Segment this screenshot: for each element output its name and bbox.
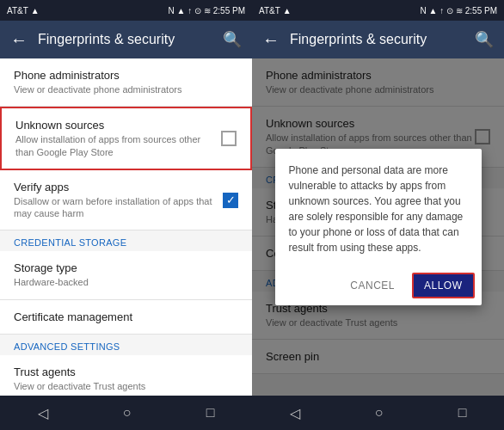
nav-bar-left: ◁ ○ □ (0, 396, 252, 430)
dialog-message: Phone and personal data are more vulnera… (289, 163, 468, 255)
time-text-right: 2:55 PM (465, 6, 497, 15)
checkmark-icon: ✓ (226, 194, 236, 206)
status-right: N ▲ ↑ ⊙ ≋ 2:55 PM (169, 6, 245, 15)
unknown-sources-text: Unknown sources Allow installation of ap… (15, 119, 221, 158)
status-right-right: N ▲ ↑ ⊙ ≋ 2:55 PM (421, 6, 497, 15)
phone-admins-text: Phone administrators View or deactivate … (14, 69, 238, 95)
unknown-sources-checkbox[interactable] (221, 131, 237, 146)
verify-apps-item[interactable]: Verify apps Disallow or warn before inst… (0, 170, 252, 231)
phone-admins-subtitle: View or deactivate phone administrators (14, 83, 238, 95)
verify-apps-text: Verify apps Disallow or warn before inst… (14, 181, 223, 220)
back-button-left[interactable]: ← (10, 30, 28, 50)
allow-button[interactable]: ALLOW (412, 273, 475, 298)
advanced-settings-header: ADVANCED SETTINGS (0, 335, 252, 355)
action-bar-right: ← Fingerprints & security 🔍 (252, 21, 504, 58)
nav-recent-left[interactable]: □ (206, 405, 215, 421)
storage-type-item[interactable]: Storage type Hardware-backed (0, 251, 252, 299)
nav-back-right[interactable]: ◁ (290, 405, 300, 421)
status-left: AT&T ▲ (7, 6, 40, 15)
carrier-text-right: AT&T (259, 6, 280, 15)
verify-apps-checkbox[interactable]: ✓ (223, 193, 238, 208)
credential-storage-header: CREDENTIAL STORAGE (0, 230, 252, 251)
storage-type-subtitle: Hardware-backed (14, 276, 238, 288)
back-button-right[interactable]: ← (262, 30, 280, 50)
content-left: Phone administrators View or deactivate … (0, 58, 252, 396)
status-bar-right: AT&T ▲ N ▲ ↑ ⊙ ≋ 2:55 PM (252, 0, 504, 21)
nav-home-right[interactable]: ○ (375, 405, 384, 421)
cert-management-item[interactable]: Certificate management (0, 300, 252, 335)
signal-icon: ▲ (31, 6, 40, 15)
status-bar-left: AT&T ▲ N ▲ ↑ ⊙ ≋ 2:55 PM (0, 0, 252, 21)
unknown-sources-subtitle: Allow installation of apps from sources … (15, 133, 221, 158)
unknown-sources-title: Unknown sources (15, 119, 221, 132)
signal-icon-right: ▲ (283, 6, 292, 15)
nav-home-left[interactable]: ○ (123, 405, 132, 421)
status-icons-right: N ▲ ↑ ⊙ ≋ (421, 6, 463, 15)
storage-type-text: Storage type Hardware-backed (14, 261, 238, 288)
dialog-actions: CANCEL ALLOW (275, 269, 482, 305)
verify-apps-subtitle: Disallow or warn before installation of … (14, 195, 223, 220)
phone-admins-item[interactable]: Phone administrators View or deactivate … (0, 58, 252, 107)
trust-agents-title: Trust agents (14, 366, 238, 378)
action-bar-left: ← Fingerprints & security 🔍 (0, 21, 252, 58)
right-screen: AT&T ▲ N ▲ ↑ ⊙ ≋ 2:55 PM ← Fingerprints … (252, 0, 504, 430)
carrier-text: AT&T (7, 6, 28, 15)
cert-management-text: Certificate management (14, 310, 238, 323)
left-screen: AT&T ▲ N ▲ ↑ ⊙ ≋ 2:55 PM ← Fingerprints … (0, 0, 252, 430)
trust-agents-subtitle: View or deactivate Trust agents (14, 380, 238, 392)
trust-agents-item[interactable]: Trust agents View or deactivate Trust ag… (0, 355, 252, 396)
content-right: Phone administrators View or deactivate … (252, 58, 504, 396)
status-icons: N ▲ ↑ ⊙ ≋ (169, 6, 211, 15)
unknown-sources-dialog: Phone and personal data are more vulnera… (275, 149, 482, 305)
status-left-right: AT&T ▲ (259, 6, 292, 15)
unknown-sources-item[interactable]: Unknown sources Allow installation of ap… (0, 107, 252, 170)
time-text: 2:55 PM (213, 6, 245, 15)
nav-bar-right: ◁ ○ □ (252, 396, 504, 430)
phone-admins-title: Phone administrators (14, 69, 238, 82)
search-icon-right[interactable]: 🔍 (475, 30, 494, 49)
verify-apps-title: Verify apps (14, 181, 223, 194)
trust-agents-text: Trust agents View or deactivate Trust ag… (14, 366, 238, 392)
page-title-right: Fingerprints & security (290, 32, 464, 47)
nav-recent-right[interactable]: □ (458, 405, 467, 421)
page-title-left: Fingerprints & security (38, 32, 212, 47)
search-icon-left[interactable]: 🔍 (223, 30, 242, 49)
dialog-overlay: Phone and personal data are more vulnera… (252, 58, 504, 396)
cancel-button[interactable]: CANCEL (340, 273, 405, 298)
nav-back-left[interactable]: ◁ (38, 405, 48, 421)
cert-management-title: Certificate management (14, 310, 238, 323)
storage-type-title: Storage type (14, 261, 238, 274)
dialog-content: Phone and personal data are more vulnera… (275, 149, 482, 269)
